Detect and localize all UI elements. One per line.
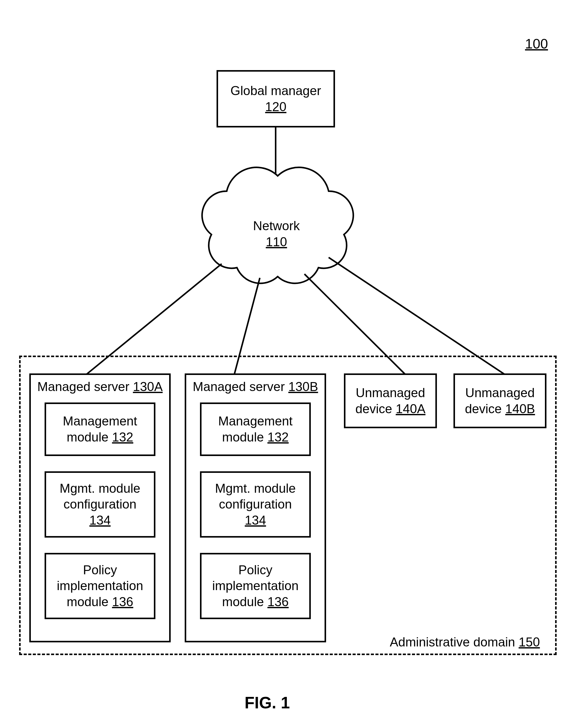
server-a-management-module-box: Management module 132 [45, 402, 155, 456]
server-b-mgmt-config-box: Mgmt. module configuration 134 [200, 471, 311, 538]
figure-reference-number: 100 [525, 36, 548, 52]
global-manager-title: Global manager [231, 83, 321, 99]
text: Policy [238, 562, 272, 578]
network-ref: 110 [250, 234, 303, 250]
server-a-mgmt-config-box: Mgmt. module configuration 134 [45, 471, 155, 538]
administrative-domain-label: Administrative domain 150 [390, 635, 540, 649]
text: configuration [63, 496, 136, 512]
unmanaged-device-b-box: Unmanaged device 140B [454, 373, 546, 428]
managed-server-b-box: Managed server 130B Management module 13… [185, 373, 326, 642]
text: Management [63, 413, 137, 429]
text: device 140A [355, 401, 426, 417]
server-a-policy-module-box: Policy implementation module 136 [45, 553, 155, 619]
text: 134 [245, 512, 266, 528]
text: module 132 [222, 429, 289, 445]
text: Policy [83, 562, 117, 578]
text: Unmanaged [465, 385, 535, 401]
managed-server-b-title: Managed server 130B [193, 379, 318, 395]
server-b-policy-module-box: Policy implementation module 136 [200, 553, 311, 619]
text: module 136 [67, 594, 133, 610]
text: module 132 [67, 429, 133, 445]
managed-server-a-title: Managed server 130A [37, 379, 163, 395]
network-title: Network [250, 218, 303, 234]
unmanaged-device-a-box: Unmanaged device 140A [344, 373, 437, 428]
text: 134 [89, 512, 111, 528]
global-manager-box: Global manager 120 [217, 70, 335, 128]
network-label-wrap: Network 110 [250, 218, 303, 250]
managed-server-a-box: Managed server 130A Management module 13… [29, 373, 171, 642]
text: Mgmt. module [215, 480, 296, 497]
text: Unmanaged [356, 385, 425, 401]
figure-caption: FIG. 1 [244, 693, 290, 712]
diagram-canvas: 100 Global manager 120 Network 110 Admin… [0, 0, 576, 728]
server-b-management-module-box: Management module 132 [200, 402, 311, 456]
global-manager-ref: 120 [265, 99, 286, 115]
text: implementation [57, 578, 143, 594]
text: device 140B [465, 401, 535, 417]
text: module 136 [222, 594, 289, 610]
text: Management [218, 413, 293, 429]
text: Mgmt. module [60, 480, 140, 497]
text: implementation [212, 578, 298, 594]
text: configuration [219, 496, 292, 512]
